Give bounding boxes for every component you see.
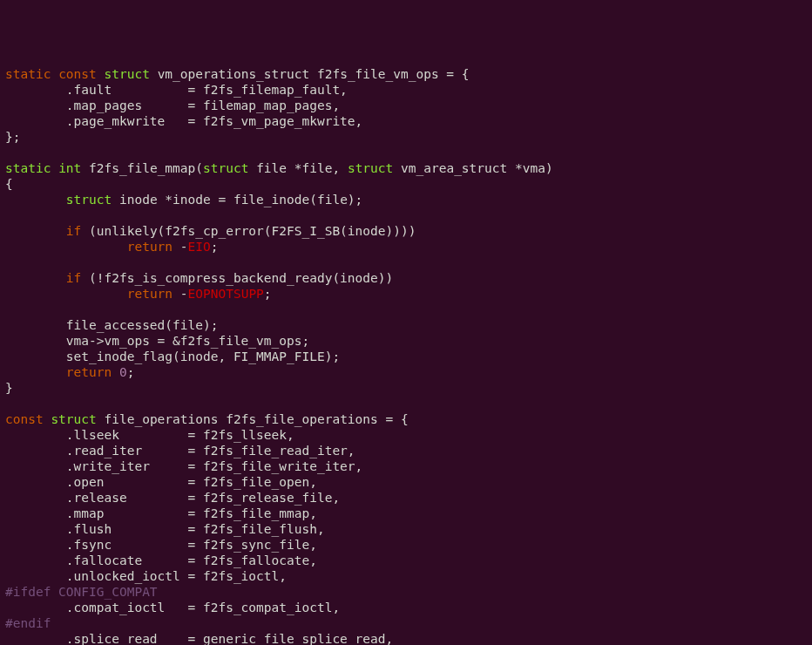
code-token: .fsync = f2fs_sync_file,	[5, 538, 317, 552]
code-token: if	[66, 224, 81, 238]
code-token: file *file,	[248, 161, 348, 175]
code-token: EOPNOTSUPP	[188, 287, 264, 301]
code-token: return	[127, 287, 173, 301]
code-token: .read_iter = f2fs_file_read_iter,	[5, 444, 355, 458]
code-token	[5, 240, 127, 254]
code-token: 0	[119, 365, 127, 379]
code-token: return	[66, 365, 112, 379]
code-token: .fallocate = f2fs_fallocate,	[5, 553, 317, 567]
code-token: .llseek = f2fs_llseek,	[5, 428, 294, 442]
code-token	[5, 287, 127, 301]
code-token: .open = f2fs_file_open,	[5, 475, 317, 489]
code-token: -	[173, 287, 187, 301]
code-token: ;	[264, 287, 272, 301]
code-token: #endif	[5, 616, 51, 630]
code-token: .page_mkwrite = f2fs_vm_page_mkwrite,	[5, 114, 362, 128]
code-token: -	[173, 240, 187, 254]
code-token	[5, 365, 66, 379]
code-token: const	[58, 67, 97, 81]
code-token: #ifdef CONFIG_COMPAT	[5, 585, 158, 599]
code-token: set_inode_flag(inode, FI_MMAP_FILE);	[5, 350, 340, 363]
code-token: .unlocked_ioctl = f2fs_ioctl,	[5, 569, 287, 583]
code-token: .compat_ioctl = f2fs_compat_ioctl,	[5, 601, 340, 614]
code-token	[5, 193, 66, 207]
code-token: (unlikely(f2fs_cp_error(F2FS_I_SB(inode)…	[81, 224, 416, 238]
code-editor-view: static const struct vm_operations_struct…	[5, 66, 807, 645]
code-token	[97, 67, 105, 81]
code-token: .write_iter = f2fs_file_write_iter,	[5, 459, 362, 473]
code-token: file_operations f2fs_file_operations = {	[97, 412, 409, 426]
code-token: {	[5, 177, 13, 191]
code-token: .map_pages = filemap_map_pages,	[5, 98, 340, 112]
code-token: vm_area_struct *vma)	[393, 161, 552, 175]
code-token: ;	[127, 365, 135, 379]
code-token: const	[5, 412, 44, 426]
code-token: struct	[203, 161, 248, 175]
code-token: static	[5, 67, 51, 81]
code-token	[51, 161, 58, 175]
code-token: };	[5, 130, 20, 144]
code-token	[5, 271, 66, 285]
code-token: struct	[66, 193, 112, 207]
code-token: .release = f2fs_release_file,	[5, 491, 340, 505]
code-token	[51, 67, 58, 81]
code-token: ;	[211, 240, 219, 254]
code-token: .fault = f2fs_filemap_fault,	[5, 83, 348, 97]
code-token: EIO	[188, 240, 211, 254]
code-token: .flush = f2fs_file_flush,	[5, 522, 325, 536]
code-token: .splice_read = generic_file_splice_read,	[5, 632, 393, 645]
code-token: vm_operations_struct f2fs_file_vm_ops = …	[150, 67, 470, 81]
code-token	[112, 365, 119, 379]
code-token: }	[5, 381, 13, 395]
code-token	[5, 224, 66, 238]
code-token: struct	[105, 67, 150, 81]
code-token: static	[5, 161, 51, 175]
code-token: inode *inode = file_inode(file);	[112, 193, 362, 207]
code-token: file_accessed(file);	[5, 318, 218, 332]
code-token: struct	[348, 161, 393, 175]
code-token: .mmap = f2fs_file_mmap,	[5, 506, 317, 520]
code-token: (!f2fs_is_compress_backend_ready(inode))	[81, 271, 393, 285]
code-token: int	[58, 161, 81, 175]
code-token: return	[127, 240, 173, 254]
code-token: struct	[51, 412, 96, 426]
code-token: vma->vm_ops = &f2fs_file_vm_ops;	[5, 334, 309, 348]
code-token: if	[66, 271, 81, 285]
code-token: f2fs_file_mmap(	[81, 161, 203, 175]
